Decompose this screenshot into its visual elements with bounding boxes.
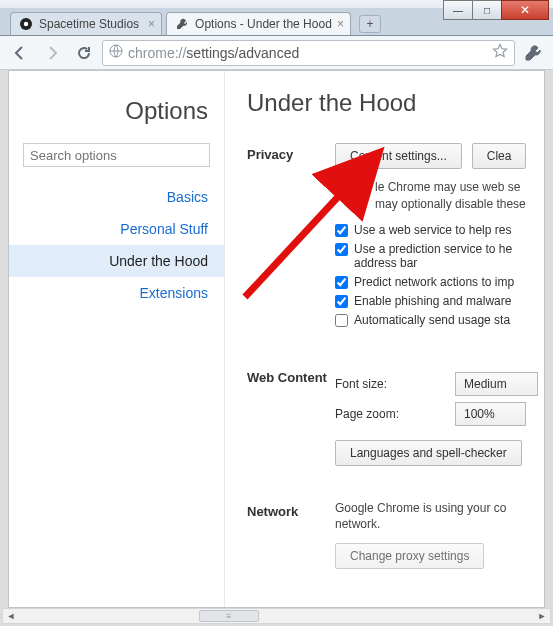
checkbox-input[interactable]: [335, 276, 348, 289]
toolbar: chrome://settings/advanced: [0, 36, 553, 70]
checkbox-usage-stats[interactable]: Automatically send usage sta: [335, 313, 544, 327]
checkbox-label: Use a prediction service to he address b…: [354, 242, 512, 270]
url-path: /advanced: [235, 45, 300, 61]
favicon-spacetime: [19, 17, 33, 31]
nav-item-personal-stuff[interactable]: Personal Stuff: [9, 213, 224, 245]
tab-label: Spacetime Studios: [39, 17, 139, 31]
checkbox-label: Automatically send usage sta: [354, 313, 510, 327]
horizontal-scrollbar[interactable]: ◄ ≡ ►: [2, 608, 551, 624]
nav-list: Basics Personal Stuff Under the Hood Ext…: [9, 181, 224, 309]
scroll-left-icon[interactable]: ◄: [3, 609, 19, 623]
checkbox-label: Use a web service to help res: [354, 223, 511, 237]
tab-close-icon[interactable]: ×: [148, 17, 155, 31]
reload-button[interactable]: [70, 40, 98, 66]
svg-point-1: [24, 22, 28, 26]
globe-icon: [109, 44, 123, 61]
favicon-wrench-icon: [175, 17, 189, 31]
window-maximize-button[interactable]: □: [472, 0, 502, 20]
sidebar: Options Basics Personal Stuff Under the …: [9, 71, 225, 607]
scroll-thumb[interactable]: ≡: [199, 610, 259, 622]
omnibox[interactable]: chrome://settings/advanced: [102, 40, 515, 66]
font-size-select[interactable]: Medium: [455, 372, 538, 396]
new-tab-button[interactable]: +: [359, 15, 381, 33]
section-label-web-content: Web Content: [247, 366, 335, 466]
tab-options-under-the-hood[interactable]: Options - Under the Hood ×: [166, 12, 351, 35]
page-title: Under the Hood: [247, 89, 544, 117]
content-area: Options Basics Personal Stuff Under the …: [8, 70, 545, 608]
url-scheme: chrome://: [128, 45, 186, 61]
section-web-content: Web Content Font size: Medium Page zoom:…: [247, 366, 544, 466]
checkbox-label: Predict network actions to imp: [354, 275, 514, 289]
tab-spacetime-studios[interactable]: Spacetime Studios ×: [10, 12, 162, 35]
nav-item-under-the-hood[interactable]: Under the Hood: [9, 245, 224, 277]
privacy-description: le Chrome may use web se may optionally …: [335, 179, 544, 213]
sidebar-title: Options: [9, 89, 208, 143]
nav-item-extensions[interactable]: Extensions: [9, 277, 224, 309]
tab-label: Options - Under the Hood: [195, 17, 332, 31]
content-settings-button[interactable]: Content settings...: [335, 143, 462, 169]
url-host: settings: [186, 45, 234, 61]
languages-spellchecker-button[interactable]: Languages and spell-checker: [335, 440, 522, 466]
bookmark-star-icon[interactable]: [492, 43, 508, 62]
back-button[interactable]: [6, 40, 34, 66]
change-proxy-settings-button[interactable]: Change proxy settings: [335, 543, 484, 569]
clear-browsing-data-button[interactable]: Clea: [472, 143, 527, 169]
nav-item-basics[interactable]: Basics: [9, 181, 224, 213]
scroll-right-icon[interactable]: ►: [534, 609, 550, 623]
page-zoom-label: Page zoom:: [335, 407, 455, 421]
section-label-network: Network: [247, 500, 335, 570]
font-size-label: Font size:: [335, 377, 455, 391]
window-close-button[interactable]: ✕: [501, 0, 549, 20]
main-panel: Under the Hood Privacy Content settings.…: [225, 71, 544, 607]
network-description: Google Chrome is using your co network.: [335, 500, 544, 534]
scroll-track[interactable]: ≡: [19, 609, 534, 623]
forward-button[interactable]: [38, 40, 66, 66]
tab-close-icon[interactable]: ×: [337, 17, 344, 31]
checkbox-predict-network[interactable]: Predict network actions to imp: [335, 275, 544, 289]
section-label-privacy: Privacy: [247, 143, 335, 332]
checkbox-web-service-resolve[interactable]: Use a web service to help res: [335, 223, 544, 237]
checkbox-label: Enable phishing and malware: [354, 294, 511, 308]
wrench-menu-button[interactable]: [519, 40, 547, 66]
section-network: Network Google Chrome is using your co n…: [247, 500, 544, 570]
checkbox-prediction-service[interactable]: Use a prediction service to he address b…: [335, 242, 544, 270]
checkbox-input[interactable]: [335, 295, 348, 308]
checkbox-input[interactable]: [335, 314, 348, 327]
search-options-input[interactable]: [23, 143, 210, 167]
checkbox-input[interactable]: [335, 243, 348, 256]
page-zoom-select[interactable]: 100%: [455, 402, 526, 426]
window-minimize-button[interactable]: —: [443, 0, 473, 20]
checkbox-input[interactable]: [335, 224, 348, 237]
section-privacy: Privacy Content settings... Clea le Chro…: [247, 143, 544, 332]
checkbox-phishing-malware[interactable]: Enable phishing and malware: [335, 294, 544, 308]
